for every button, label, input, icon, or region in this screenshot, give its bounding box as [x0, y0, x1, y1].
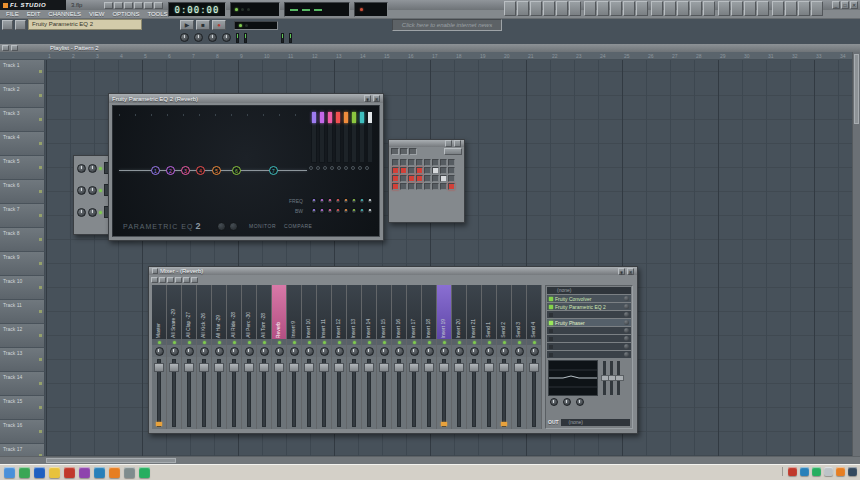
toolbar-button[interactable]	[651, 1, 663, 16]
strip-fader[interactable]	[152, 357, 166, 429]
mixer-strip[interactable]: Insert 11	[317, 285, 332, 429]
mini-window-titlebar[interactable]	[389, 140, 464, 147]
eq-freq-knob[interactable]	[343, 198, 349, 204]
track-led-icon[interactable]	[39, 190, 42, 193]
strip-pan-knob[interactable]	[260, 347, 269, 356]
strip-mute-led-icon[interactable]	[518, 341, 521, 344]
fx-input-selector[interactable]: (none)	[547, 287, 631, 294]
eq-detach-button[interactable]: ▾	[364, 95, 371, 102]
mini-led-cell[interactable]	[448, 175, 455, 182]
strip-pan-knob[interactable]	[440, 347, 449, 356]
toolbar-button[interactable]	[610, 1, 622, 16]
mini-led-cell[interactable]	[424, 167, 431, 174]
launch-icon-3[interactable]	[34, 467, 45, 478]
track-header[interactable]: Track 2	[0, 84, 45, 108]
launch-icon-1[interactable]	[4, 467, 15, 478]
mixer-strip[interactable]: Insert 16	[392, 285, 407, 429]
strip-mute-led-icon[interactable]	[503, 341, 506, 344]
toolbar-button[interactable]	[798, 1, 810, 16]
mixer-strip[interactable]: Insert 20	[452, 285, 467, 429]
mini-led-cell[interactable]	[400, 167, 407, 174]
playlist-caption[interactable]: Playlist - Pattern 2	[0, 44, 860, 52]
mixer-strip[interactable]: Send 2	[497, 285, 512, 429]
mini-led-cell[interactable]	[448, 159, 455, 166]
strip-mute-led-icon[interactable]	[443, 341, 446, 344]
eq-freq-knob[interactable]	[311, 198, 317, 204]
fx-slot-3[interactable]	[547, 311, 631, 318]
playlist-vertical-scrollbar[interactable]	[852, 52, 860, 456]
strip-fader-handle[interactable]	[274, 363, 284, 372]
fx-eq-high-fader[interactable]	[617, 361, 620, 395]
mixer-strip[interactable]: Insert 10	[302, 285, 317, 429]
strip-mute-led-icon[interactable]	[338, 341, 341, 344]
eq-band-marker[interactable]: 7	[269, 166, 278, 175]
toolbar-button[interactable]	[664, 1, 676, 16]
toolbar-button[interactable]	[703, 1, 715, 16]
fx-eq-knob-2[interactable]	[563, 398, 571, 406]
strip-pan-knob[interactable]	[455, 347, 464, 356]
child-window-button-1[interactable]	[104, 2, 113, 9]
track-led-icon[interactable]	[39, 358, 42, 361]
mini-led-cell[interactable]	[408, 167, 415, 174]
strip-pan-knob[interactable]	[305, 347, 314, 356]
strip-fader[interactable]	[242, 357, 256, 429]
strip-pan-knob[interactable]	[530, 347, 539, 356]
strip-mute-led-icon[interactable]	[323, 341, 326, 344]
mini-tool-3[interactable]	[409, 148, 417, 155]
track-header[interactable]: Track 10	[0, 276, 45, 300]
mini-tool-wide[interactable]	[444, 148, 462, 155]
strip-fader-handle[interactable]	[214, 363, 224, 372]
track-header[interactable]: Track 1	[0, 60, 45, 84]
mixer-strip-name[interactable]: Insert 16	[392, 285, 406, 339]
mini-led-cell[interactable]	[424, 183, 431, 190]
strip-fader[interactable]	[377, 357, 391, 429]
menu-file[interactable]: FILE	[2, 10, 23, 18]
strip-fader-handle[interactable]	[469, 363, 479, 372]
track-header[interactable]: Track 5	[0, 156, 45, 180]
fx-slot-7[interactable]	[547, 343, 631, 350]
mixer-strip[interactable]: Insert 9	[287, 285, 302, 429]
view-toggle-2[interactable]	[15, 20, 26, 30]
toolbar-button[interactable]	[744, 1, 756, 16]
mixer-strip[interactable]: Insert 21	[467, 285, 482, 429]
track-header[interactable]: Track 4	[0, 132, 45, 156]
eq-bw-knob[interactable]	[327, 208, 333, 214]
mini-led-cell[interactable]	[440, 183, 447, 190]
fx-slot-1[interactable]: Fruity Convolver	[547, 295, 631, 302]
strip-fader-handle[interactable]	[319, 363, 329, 372]
mixer-strip-name[interactable]: Insert 18	[422, 285, 436, 339]
strip-fader-handle[interactable]	[334, 363, 344, 372]
menu-channels[interactable]: CHANNELS	[44, 10, 85, 18]
mixer-strip[interactable]: Send 3	[512, 285, 527, 429]
strip-fader[interactable]	[512, 357, 526, 429]
channel-volume-knob[interactable]	[88, 186, 97, 195]
fx-slot-mix-knob[interactable]	[624, 304, 629, 309]
mixer-strip-name[interactable]: Reverb	[272, 285, 286, 339]
strip-pan-knob[interactable]	[155, 347, 164, 356]
toolbar-button[interactable]	[718, 1, 730, 16]
mixer-strip-name[interactable]: All Hat -29	[212, 285, 226, 339]
mini-led-cell[interactable]	[392, 167, 399, 174]
mini-led-cell[interactable]	[400, 159, 407, 166]
fx-slot-8[interactable]	[547, 351, 631, 358]
eq-bw-knob-master[interactable]	[367, 208, 373, 214]
strip-fader[interactable]	[272, 357, 286, 429]
mixer-strip-name[interactable]: Insert 19	[437, 285, 451, 339]
mini-led-cell[interactable]	[432, 159, 439, 166]
launch-icon-6[interactable]	[79, 467, 90, 478]
mixer-strip[interactable]: Insert 13	[347, 285, 362, 429]
eq-compare-label[interactable]: COMPARE	[284, 223, 312, 229]
record-button[interactable]: ●	[212, 20, 226, 30]
mini-led-cell[interactable]	[440, 159, 447, 166]
launch-icon-10[interactable]	[139, 467, 150, 478]
eq-toggle-ring[interactable]	[316, 166, 320, 170]
mini-detach-button[interactable]	[445, 140, 452, 147]
pattern-selector[interactable]	[234, 21, 278, 30]
eq-toggle-ring[interactable]	[330, 166, 334, 170]
strip-fader[interactable]	[392, 357, 406, 429]
mixer-tool-6[interactable]	[191, 277, 198, 283]
strip-mute-led-icon[interactable]	[173, 341, 176, 344]
fx-slot-mix-knob[interactable]	[624, 312, 629, 317]
strip-mute-led-icon[interactable]	[398, 341, 401, 344]
strip-fader[interactable]	[182, 357, 196, 429]
